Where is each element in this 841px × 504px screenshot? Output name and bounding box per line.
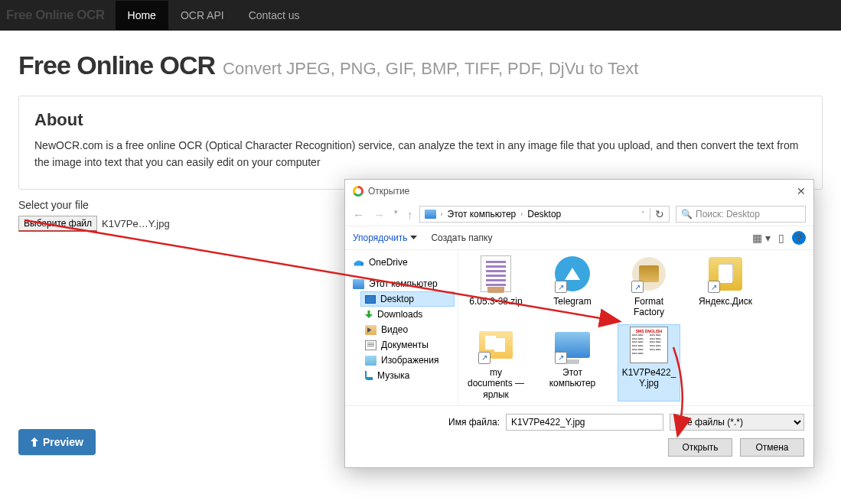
about-panel: About NewOCR.com is a free online OCR (O… [18, 96, 823, 190]
organize-dropdown[interactable]: Упорядочить [353, 232, 417, 243]
file-open-dialog: Открытие ✕ ← → ▾ ↑ › Этот компьютер › De… [344, 179, 814, 468]
filename-label: Имя файла: [354, 417, 500, 428]
nav-ocr-api[interactable]: OCR API [168, 1, 236, 30]
page-subtitle: Convert JPEG, PNG, GIF, BMP, TIFF, PDF, … [223, 59, 638, 78]
folder-tree[interactable]: OneDrive Этот компьютер Desktop Download… [345, 250, 458, 405]
file-item-selected[interactable]: SMS ENGLISHaaa aaa aaa aaa aaa aaa aaa a… [618, 324, 680, 402]
about-body: NewOCR.com is a free online OCR (Optical… [34, 138, 807, 171]
file-item[interactable]: 6.05.3-38.zip [465, 253, 527, 320]
tree-video[interactable]: Видео [360, 322, 455, 337]
chevron-down-icon [410, 236, 417, 240]
dialog-title: Открытие [368, 186, 409, 197]
nav-up-button[interactable]: ↑ [407, 208, 413, 221]
nav-back-button[interactable]: ← [353, 208, 364, 221]
file-item[interactable]: my documents — ярлык [465, 324, 527, 402]
file-item[interactable]: Telegram [541, 253, 604, 320]
file-type-filter[interactable]: Все файлы (*.*) [670, 414, 804, 431]
preview-pane-button[interactable]: ▯ [778, 232, 784, 244]
chosen-file-name: K1V7Pe…Y.jpg [102, 218, 170, 229]
view-mode-button[interactable]: ▦ ▾ [752, 232, 771, 244]
choose-file-button[interactable]: Выберите файл [18, 216, 97, 232]
cancel-button[interactable]: Отмена [740, 438, 804, 457]
filename-input[interactable] [506, 414, 663, 431]
tree-music[interactable]: Музыка [360, 368, 455, 383]
path-breadcrumb[interactable]: › Этот компьютер › Desktop ˅ ↻ [419, 206, 670, 223]
nav-contact[interactable]: Contact us [236, 1, 312, 30]
open-button[interactable]: Открыть [668, 438, 732, 457]
top-navbar: Free Online OCR Home OCR API Contact us [0, 0, 841, 31]
upload-arrow-icon [31, 437, 38, 447]
nav-forward-button[interactable]: → [373, 208, 385, 221]
file-item[interactable]: Этот компьютер [541, 324, 604, 402]
page-header: Free Online OCR Convert JPEG, PNG, GIF, … [18, 50, 823, 80]
nav-recent-dropdown[interactable]: ▾ [394, 208, 398, 221]
chrome-icon [353, 186, 363, 197]
about-heading: About [34, 110, 807, 130]
tree-downloads[interactable]: Downloads [360, 307, 455, 322]
new-folder-button[interactable]: Создать папку [431, 232, 492, 243]
tree-pictures[interactable]: Изображения [360, 353, 455, 368]
nav-home[interactable]: Home [116, 1, 168, 30]
preview-button[interactable]: Preview [18, 429, 96, 455]
help-button[interactable]: ? [792, 231, 806, 245]
nav-brand: Free Online OCR [3, 8, 116, 23]
tree-desktop[interactable]: Desktop [360, 291, 455, 307]
dialog-close-button[interactable]: ✕ [797, 185, 806, 197]
search-input[interactable]: 🔍 Поиск: Desktop [676, 206, 806, 223]
tree-this-pc[interactable]: Этот компьютер [348, 276, 455, 291]
tree-documents[interactable]: Документы [360, 337, 455, 353]
refresh-button[interactable]: ↻ [650, 208, 664, 220]
page-title: Free Online OCR [18, 50, 215, 80]
file-item[interactable]: Яндекс.Диск [694, 253, 757, 320]
pc-icon [425, 210, 436, 219]
file-item[interactable]: Format Factory [618, 253, 680, 320]
file-grid[interactable]: 6.05.3-38.zip Telegram Format Factory Ян… [458, 250, 813, 405]
tree-onedrive[interactable]: OneDrive [348, 255, 455, 270]
